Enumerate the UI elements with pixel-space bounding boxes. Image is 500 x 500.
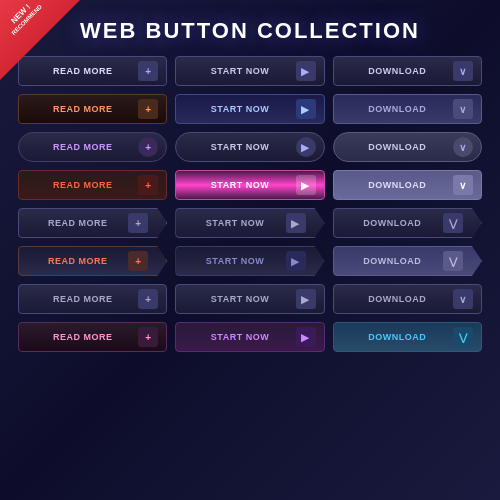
- plus-icon-7: +: [138, 289, 158, 309]
- buttons-grid: READ MORE + START NOW ▶ DOWNLOAD ∨ READ …: [0, 56, 500, 352]
- start-now-label-6: START NOW: [184, 256, 285, 266]
- plus-icon-4: +: [138, 175, 158, 195]
- read-more-button-6[interactable]: READ MORE +: [18, 246, 167, 276]
- download-button-2[interactable]: DOWNLOAD ∨: [333, 94, 482, 124]
- read-more-label-4: READ MORE: [27, 180, 138, 190]
- plus-icon-1: +: [138, 61, 158, 81]
- plus-icon-5: +: [128, 213, 148, 233]
- download-label-2: DOWNLOAD: [342, 104, 453, 114]
- read-more-button-3[interactable]: READ MORE +: [18, 132, 167, 162]
- play-icon-1: ▶: [296, 61, 316, 81]
- download-label-8: DOWNLOAD: [342, 332, 453, 342]
- play-icon-3: ▶: [296, 137, 316, 157]
- down-icon-4: ∨: [453, 175, 473, 195]
- plus-icon-3: +: [138, 137, 158, 157]
- download-button-4[interactable]: DOWNLOAD ∨: [333, 170, 482, 200]
- download-label-5: DOWNLOAD: [342, 218, 443, 228]
- page-title: WEB BUTTON COLLECTION: [0, 0, 500, 56]
- download-label-7: DOWNLOAD: [342, 294, 453, 304]
- read-more-label-6: READ MORE: [27, 256, 128, 266]
- start-now-button-1[interactable]: START NOW ▶: [175, 56, 324, 86]
- plus-icon-2: +: [138, 99, 158, 119]
- start-now-button-4[interactable]: START NOW ▶: [175, 170, 324, 200]
- download-button-6[interactable]: DOWNLOAD ⋁: [333, 246, 482, 276]
- read-more-button-7[interactable]: READ MORE +: [18, 284, 167, 314]
- read-more-button-1[interactable]: READ MORE +: [18, 56, 167, 86]
- read-more-label-8: READ MORE: [27, 332, 138, 342]
- plus-icon-8: +: [138, 327, 158, 347]
- start-now-button-2[interactable]: START NOW ▶: [175, 94, 324, 124]
- down-icon-8: ⋁: [453, 327, 473, 347]
- start-now-label-2: START NOW: [184, 104, 295, 114]
- down-icon-6: ⋁: [443, 251, 463, 271]
- start-now-label-7: START NOW: [184, 294, 295, 304]
- play-icon-4: ▶: [296, 175, 316, 195]
- start-now-button-5[interactable]: START NOW ▶: [175, 208, 324, 238]
- start-now-button-3[interactable]: START NOW ▶: [175, 132, 324, 162]
- down-icon-2: ∨: [453, 99, 473, 119]
- read-more-label-5: READ MORE: [27, 218, 128, 228]
- start-now-button-7[interactable]: START NOW ▶: [175, 284, 324, 314]
- download-label-4: DOWNLOAD: [342, 180, 453, 190]
- down-icon-1: ∨: [453, 61, 473, 81]
- download-button-1[interactable]: DOWNLOAD ∨: [333, 56, 482, 86]
- start-now-label-1: START NOW: [184, 66, 295, 76]
- read-more-button-2[interactable]: READ MORE +: [18, 94, 167, 124]
- read-more-button-5[interactable]: READ MORE +: [18, 208, 167, 238]
- play-icon-2: ▶: [296, 99, 316, 119]
- download-label-3: DOWNLOAD: [342, 142, 453, 152]
- play-icon-6: ▶: [286, 251, 306, 271]
- read-more-label-1: READ MORE: [27, 66, 138, 76]
- download-button-8[interactable]: DOWNLOAD ⋁: [333, 322, 482, 352]
- down-icon-3: ∨: [453, 137, 473, 157]
- start-now-label-5: START NOW: [184, 218, 285, 228]
- read-more-button-4[interactable]: READ MORE +: [18, 170, 167, 200]
- download-button-7[interactable]: DOWNLOAD ∨: [333, 284, 482, 314]
- download-button-5[interactable]: DOWNLOAD ⋁: [333, 208, 482, 238]
- badge-text: NEW ! RECOMMEND: [3, 0, 44, 38]
- down-icon-5: ⋁: [443, 213, 463, 233]
- start-now-button-8[interactable]: START NOW ▶: [175, 322, 324, 352]
- read-more-button-8[interactable]: READ MORE +: [18, 322, 167, 352]
- start-now-label-4: START NOW: [184, 180, 295, 190]
- start-now-label-3: START NOW: [184, 142, 295, 152]
- plus-icon-6: +: [128, 251, 148, 271]
- read-more-label-2: READ MORE: [27, 104, 138, 114]
- start-now-button-6[interactable]: START NOW ▶: [175, 246, 324, 276]
- play-icon-7: ▶: [296, 289, 316, 309]
- start-now-label-8: START NOW: [184, 332, 295, 342]
- read-more-label-7: READ MORE: [27, 294, 138, 304]
- play-icon-8: ▶: [296, 327, 316, 347]
- download-button-3[interactable]: DOWNLOAD ∨: [333, 132, 482, 162]
- download-label-6: DOWNLOAD: [342, 256, 443, 266]
- read-more-label-3: READ MORE: [27, 142, 138, 152]
- down-icon-7: ∨: [453, 289, 473, 309]
- download-label-1: DOWNLOAD: [342, 66, 453, 76]
- play-icon-5: ▶: [286, 213, 306, 233]
